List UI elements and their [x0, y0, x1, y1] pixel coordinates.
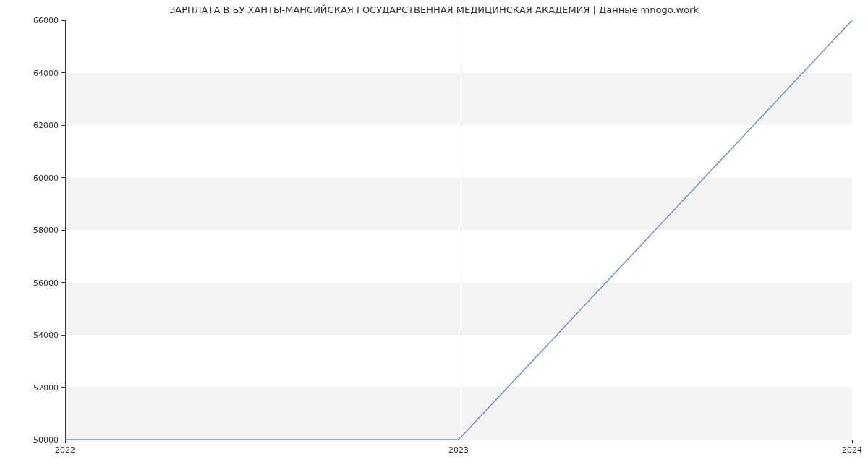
- x-tick-label: 2024: [842, 445, 862, 455]
- y-tick-label: 60000: [33, 174, 59, 183]
- y-tick-label: 52000: [33, 383, 59, 393]
- y-tick-label: 50000: [33, 435, 59, 445]
- chart-container: ЗАРПЛАТА В БУ ХАНТЫ-МАНСИЙСКАЯ ГОСУДАРСТ…: [0, 0, 868, 470]
- y-tick-label: 62000: [33, 121, 59, 130]
- y-tick-label: 56000: [33, 278, 59, 288]
- chart-title: ЗАРПЛАТА В БУ ХАНТЫ-МАНСИЙСКАЯ ГОСУДАРСТ…: [0, 4, 868, 15]
- chart-svg: 5000052000540005600058000600006200064000…: [0, 0, 868, 470]
- y-tick-label: 66000: [33, 16, 59, 25]
- y-tick-label: 64000: [33, 69, 59, 78]
- x-tick-label: 2023: [448, 445, 469, 455]
- x-tick-label: 2022: [55, 445, 75, 455]
- y-tick-label: 54000: [33, 330, 59, 340]
- y-tick-label: 58000: [33, 226, 59, 235]
